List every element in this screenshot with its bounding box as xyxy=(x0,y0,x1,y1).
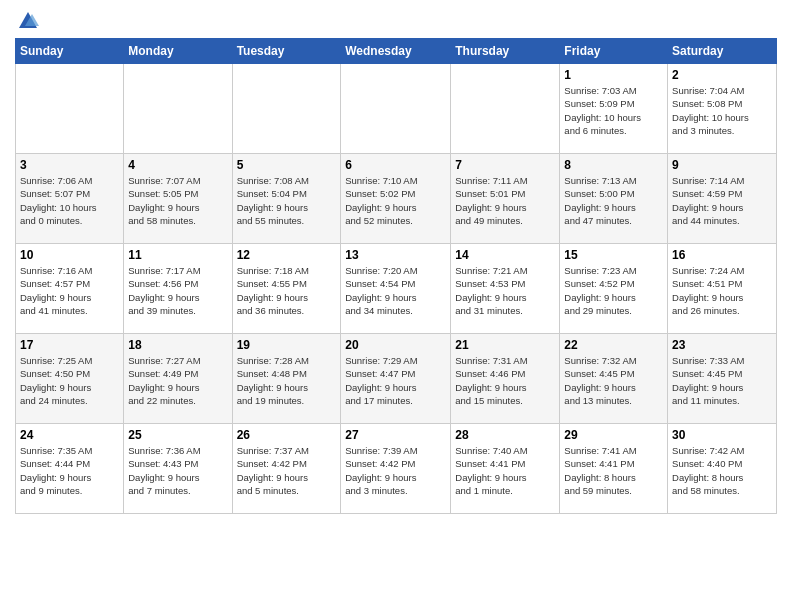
day-info: Sunrise: 7:06 AM Sunset: 5:07 PM Dayligh… xyxy=(20,174,119,227)
day-info: Sunrise: 7:17 AM Sunset: 4:56 PM Dayligh… xyxy=(128,264,227,317)
day-info: Sunrise: 7:04 AM Sunset: 5:08 PM Dayligh… xyxy=(672,84,772,137)
day-number: 16 xyxy=(672,248,772,262)
calendar-cell xyxy=(16,64,124,154)
calendar-cell: 25Sunrise: 7:36 AM Sunset: 4:43 PM Dayli… xyxy=(124,424,232,514)
day-info: Sunrise: 7:31 AM Sunset: 4:46 PM Dayligh… xyxy=(455,354,555,407)
calendar-cell: 30Sunrise: 7:42 AM Sunset: 4:40 PM Dayli… xyxy=(668,424,777,514)
day-info: Sunrise: 7:13 AM Sunset: 5:00 PM Dayligh… xyxy=(564,174,663,227)
day-info: Sunrise: 7:21 AM Sunset: 4:53 PM Dayligh… xyxy=(455,264,555,317)
day-number: 6 xyxy=(345,158,446,172)
header xyxy=(15,10,777,30)
day-info: Sunrise: 7:20 AM Sunset: 4:54 PM Dayligh… xyxy=(345,264,446,317)
day-number: 7 xyxy=(455,158,555,172)
day-number: 2 xyxy=(672,68,772,82)
calendar-cell: 10Sunrise: 7:16 AM Sunset: 4:57 PM Dayli… xyxy=(16,244,124,334)
calendar-cell: 1Sunrise: 7:03 AM Sunset: 5:09 PM Daylig… xyxy=(560,64,668,154)
calendar-week-3: 10Sunrise: 7:16 AM Sunset: 4:57 PM Dayli… xyxy=(16,244,777,334)
calendar-cell: 2Sunrise: 7:04 AM Sunset: 5:08 PM Daylig… xyxy=(668,64,777,154)
calendar-cell: 4Sunrise: 7:07 AM Sunset: 5:05 PM Daylig… xyxy=(124,154,232,244)
calendar-cell: 14Sunrise: 7:21 AM Sunset: 4:53 PM Dayli… xyxy=(451,244,560,334)
calendar-cell: 6Sunrise: 7:10 AM Sunset: 5:02 PM Daylig… xyxy=(341,154,451,244)
day-number: 14 xyxy=(455,248,555,262)
calendar-cell: 20Sunrise: 7:29 AM Sunset: 4:47 PM Dayli… xyxy=(341,334,451,424)
calendar-header-tuesday: Tuesday xyxy=(232,39,341,64)
day-number: 3 xyxy=(20,158,119,172)
day-info: Sunrise: 7:32 AM Sunset: 4:45 PM Dayligh… xyxy=(564,354,663,407)
day-number: 17 xyxy=(20,338,119,352)
day-info: Sunrise: 7:37 AM Sunset: 4:42 PM Dayligh… xyxy=(237,444,337,497)
calendar-cell: 21Sunrise: 7:31 AM Sunset: 4:46 PM Dayli… xyxy=(451,334,560,424)
day-number: 28 xyxy=(455,428,555,442)
calendar-cell xyxy=(451,64,560,154)
calendar-cell xyxy=(232,64,341,154)
day-info: Sunrise: 7:25 AM Sunset: 4:50 PM Dayligh… xyxy=(20,354,119,407)
calendar-cell: 12Sunrise: 7:18 AM Sunset: 4:55 PM Dayli… xyxy=(232,244,341,334)
calendar: SundayMondayTuesdayWednesdayThursdayFrid… xyxy=(15,38,777,514)
day-number: 20 xyxy=(345,338,446,352)
calendar-header-friday: Friday xyxy=(560,39,668,64)
calendar-cell: 13Sunrise: 7:20 AM Sunset: 4:54 PM Dayli… xyxy=(341,244,451,334)
calendar-cell: 19Sunrise: 7:28 AM Sunset: 4:48 PM Dayli… xyxy=(232,334,341,424)
day-info: Sunrise: 7:14 AM Sunset: 4:59 PM Dayligh… xyxy=(672,174,772,227)
day-number: 9 xyxy=(672,158,772,172)
day-info: Sunrise: 7:35 AM Sunset: 4:44 PM Dayligh… xyxy=(20,444,119,497)
calendar-cell: 26Sunrise: 7:37 AM Sunset: 4:42 PM Dayli… xyxy=(232,424,341,514)
day-number: 30 xyxy=(672,428,772,442)
calendar-cell: 5Sunrise: 7:08 AM Sunset: 5:04 PM Daylig… xyxy=(232,154,341,244)
day-number: 15 xyxy=(564,248,663,262)
calendar-cell: 16Sunrise: 7:24 AM Sunset: 4:51 PM Dayli… xyxy=(668,244,777,334)
calendar-cell: 23Sunrise: 7:33 AM Sunset: 4:45 PM Dayli… xyxy=(668,334,777,424)
page-container: SundayMondayTuesdayWednesdayThursdayFrid… xyxy=(0,0,792,524)
calendar-header-sunday: Sunday xyxy=(16,39,124,64)
day-number: 24 xyxy=(20,428,119,442)
calendar-cell: 8Sunrise: 7:13 AM Sunset: 5:00 PM Daylig… xyxy=(560,154,668,244)
calendar-cell xyxy=(124,64,232,154)
calendar-week-1: 1Sunrise: 7:03 AM Sunset: 5:09 PM Daylig… xyxy=(16,64,777,154)
day-info: Sunrise: 7:29 AM Sunset: 4:47 PM Dayligh… xyxy=(345,354,446,407)
calendar-cell xyxy=(341,64,451,154)
day-info: Sunrise: 7:41 AM Sunset: 4:41 PM Dayligh… xyxy=(564,444,663,497)
day-number: 8 xyxy=(564,158,663,172)
day-number: 23 xyxy=(672,338,772,352)
calendar-cell: 28Sunrise: 7:40 AM Sunset: 4:41 PM Dayli… xyxy=(451,424,560,514)
day-number: 26 xyxy=(237,428,337,442)
day-info: Sunrise: 7:23 AM Sunset: 4:52 PM Dayligh… xyxy=(564,264,663,317)
day-info: Sunrise: 7:11 AM Sunset: 5:01 PM Dayligh… xyxy=(455,174,555,227)
day-number: 25 xyxy=(128,428,227,442)
day-number: 27 xyxy=(345,428,446,442)
calendar-cell: 29Sunrise: 7:41 AM Sunset: 4:41 PM Dayli… xyxy=(560,424,668,514)
calendar-week-2: 3Sunrise: 7:06 AM Sunset: 5:07 PM Daylig… xyxy=(16,154,777,244)
day-info: Sunrise: 7:03 AM Sunset: 5:09 PM Dayligh… xyxy=(564,84,663,137)
calendar-cell: 17Sunrise: 7:25 AM Sunset: 4:50 PM Dayli… xyxy=(16,334,124,424)
calendar-week-5: 24Sunrise: 7:35 AM Sunset: 4:44 PM Dayli… xyxy=(16,424,777,514)
calendar-week-4: 17Sunrise: 7:25 AM Sunset: 4:50 PM Dayli… xyxy=(16,334,777,424)
day-info: Sunrise: 7:27 AM Sunset: 4:49 PM Dayligh… xyxy=(128,354,227,407)
day-number: 4 xyxy=(128,158,227,172)
calendar-header-monday: Monday xyxy=(124,39,232,64)
calendar-header-saturday: Saturday xyxy=(668,39,777,64)
calendar-header-wednesday: Wednesday xyxy=(341,39,451,64)
day-info: Sunrise: 7:33 AM Sunset: 4:45 PM Dayligh… xyxy=(672,354,772,407)
day-number: 13 xyxy=(345,248,446,262)
day-number: 18 xyxy=(128,338,227,352)
calendar-cell: 9Sunrise: 7:14 AM Sunset: 4:59 PM Daylig… xyxy=(668,154,777,244)
day-number: 11 xyxy=(128,248,227,262)
day-number: 29 xyxy=(564,428,663,442)
day-number: 21 xyxy=(455,338,555,352)
day-info: Sunrise: 7:10 AM Sunset: 5:02 PM Dayligh… xyxy=(345,174,446,227)
day-number: 22 xyxy=(564,338,663,352)
day-info: Sunrise: 7:24 AM Sunset: 4:51 PM Dayligh… xyxy=(672,264,772,317)
day-info: Sunrise: 7:40 AM Sunset: 4:41 PM Dayligh… xyxy=(455,444,555,497)
day-info: Sunrise: 7:39 AM Sunset: 4:42 PM Dayligh… xyxy=(345,444,446,497)
day-number: 5 xyxy=(237,158,337,172)
day-number: 19 xyxy=(237,338,337,352)
calendar-cell: 11Sunrise: 7:17 AM Sunset: 4:56 PM Dayli… xyxy=(124,244,232,334)
day-info: Sunrise: 7:42 AM Sunset: 4:40 PM Dayligh… xyxy=(672,444,772,497)
calendar-header-thursday: Thursday xyxy=(451,39,560,64)
calendar-cell: 18Sunrise: 7:27 AM Sunset: 4:49 PM Dayli… xyxy=(124,334,232,424)
calendar-cell: 15Sunrise: 7:23 AM Sunset: 4:52 PM Dayli… xyxy=(560,244,668,334)
calendar-cell: 3Sunrise: 7:06 AM Sunset: 5:07 PM Daylig… xyxy=(16,154,124,244)
logo-icon xyxy=(17,10,39,32)
day-info: Sunrise: 7:28 AM Sunset: 4:48 PM Dayligh… xyxy=(237,354,337,407)
day-info: Sunrise: 7:36 AM Sunset: 4:43 PM Dayligh… xyxy=(128,444,227,497)
